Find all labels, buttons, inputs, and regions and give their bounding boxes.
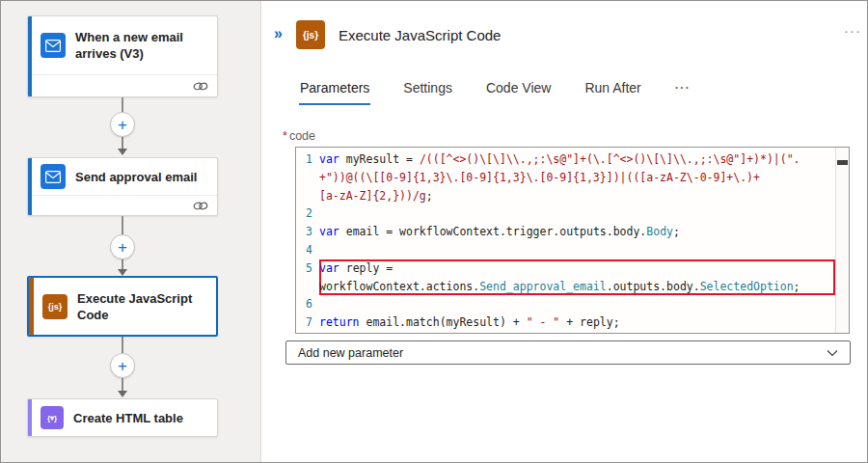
plus-icon: + — [118, 239, 127, 256]
code-row: 5var reply = — [296, 259, 835, 278]
required-marker: * — [283, 129, 287, 143]
code-rows: 1var myResult = /(([^<>()\[\]\\.,;:\s@"]… — [296, 150, 835, 332]
tab-parameters[interactable]: Parameters — [299, 80, 370, 105]
panel-title: Execute JavaScript Code — [339, 27, 501, 43]
code-line: var email = workflowContext.trigger.outp… — [319, 223, 835, 241]
code-editor[interactable]: 1var myResult = /(([^<>()\[\]\\.,;:\s@"]… — [295, 147, 850, 334]
flow-step-execute-javascript-code[interactable]: {js} Execute JavaScript Code — [27, 276, 218, 337]
collapse-panel-button[interactable]: » — [274, 25, 282, 42]
line-number: 3 — [296, 223, 319, 241]
flow-step-create-html-table[interactable]: {▾} Create HTML table — [27, 398, 218, 437]
outlook-icon — [41, 164, 66, 189]
code-line — [319, 241, 835, 259]
step-title: Execute JavaScript Code — [77, 290, 201, 323]
flow-step-when-new-email-arrives[interactable]: When a new email arrives (V3) — [27, 15, 218, 97]
tab-run-after[interactable]: Run After — [583, 80, 641, 105]
code-row: 4 — [296, 241, 835, 259]
code-row: 2 — [296, 204, 835, 223]
javascript-code-icon: {js} — [296, 20, 325, 49]
line-number: 7 — [296, 313, 319, 332]
step-title: Send approval email — [75, 169, 197, 185]
code-row: +"))@((\[[0-9]{1,3}\.[0-9]{1,3}\.[0-9]{1… — [296, 169, 835, 187]
outlook-icon — [41, 33, 66, 58]
tab-settings[interactable]: Settings — [402, 80, 453, 105]
more-options-button[interactable]: ··· — [844, 22, 861, 39]
ellipsis-icon: ··· — [844, 22, 861, 39]
line-number: 4 — [296, 241, 319, 259]
step-title: When a new email arrives (V3) — [75, 29, 209, 62]
arrow-down-icon — [118, 149, 127, 155]
step-title: Create HTML table — [73, 410, 183, 426]
data-operation-icon: {▾} — [41, 406, 64, 429]
editor-scrollbar[interactable] — [835, 148, 849, 333]
code-field-label: *code — [283, 129, 315, 143]
plus-icon: + — [118, 358, 127, 374]
line-number — [296, 169, 319, 187]
flow-step-send-approval-email[interactable]: Send approval email — [27, 157, 218, 216]
add-parameter-label: Add new parameter — [298, 346, 827, 360]
line-number: 2 — [296, 204, 319, 223]
line-number: 6 — [296, 295, 319, 313]
code-line: +"))@((\[[0-9]{1,3}\.[0-9]{1,3}\.[0-9]{1… — [319, 169, 835, 187]
connection-link-icon — [193, 81, 208, 92]
code-row: 6 — [296, 295, 835, 313]
code-row: 3var email = workflowContext.trigger.out… — [296, 223, 835, 241]
add-new-parameter-dropdown[interactable]: Add new parameter — [285, 340, 851, 365]
step-footer — [32, 195, 217, 215]
insert-step-button[interactable]: + — [110, 234, 135, 259]
javascript-code-icon: {js} — [42, 294, 68, 319]
flow-designer-window: When a new email arrives (V3) + — [0, 0, 868, 463]
insert-step-button[interactable]: + — [110, 353, 135, 378]
plus-icon: + — [118, 117, 127, 133]
code-row: 1var myResult = /(([^<>()\[\]\\.,;:\s@"]… — [296, 150, 835, 169]
chevron-down-icon — [827, 349, 838, 357]
editor-scrollbar-thumb[interactable] — [837, 160, 848, 165]
code-row: workflowContext.actions.Send_approval_em… — [296, 278, 835, 296]
tab-overflow-button[interactable]: ··· — [674, 80, 692, 105]
code-line-highlighted: workflowContext.actions.Send_approval_em… — [319, 278, 835, 296]
line-number: 5 — [296, 259, 319, 278]
code-line: return email.match(myResult) + " - " + r… — [319, 313, 835, 332]
line-number: 1 — [296, 150, 319, 169]
code-line — [319, 295, 835, 313]
insert-step-button[interactable]: + — [110, 112, 135, 137]
arrow-down-icon — [118, 391, 127, 397]
connection-link-icon — [193, 201, 208, 211]
code-line — [319, 204, 835, 223]
code-row: 7return email.match(myResult) + " - " + … — [296, 313, 835, 332]
line-number — [296, 187, 319, 205]
action-detail-panel: » {js} Execute JavaScript Code ··· Param… — [262, 1, 868, 463]
double-chevron-right-icon: » — [274, 25, 282, 41]
code-line: [a-zA-Z]{2,}))/g; — [319, 187, 835, 205]
code-line-highlighted: var reply = — [319, 259, 835, 278]
arrow-down-icon — [118, 269, 127, 276]
flow-canvas: When a new email arrives (V3) + — [1, 1, 261, 463]
tab-code-view[interactable]: Code View — [485, 80, 552, 105]
code-row: [a-zA-Z]{2,}))/g; — [296, 187, 835, 205]
line-number — [296, 278, 319, 296]
code-line: var myResult = /(([^<>()\[\]\\.,;:\s@"]+… — [319, 150, 835, 169]
step-footer — [32, 74, 217, 96]
tab-bar: Parameters Settings Code View Run After … — [299, 80, 692, 105]
